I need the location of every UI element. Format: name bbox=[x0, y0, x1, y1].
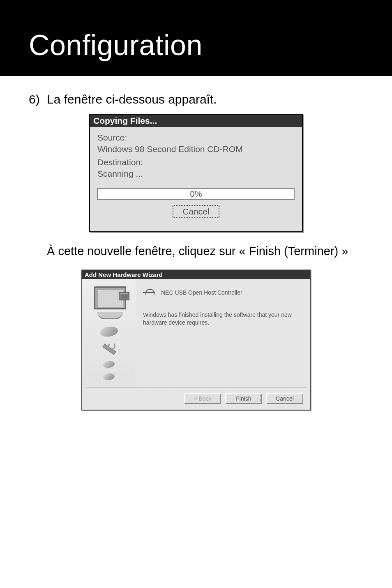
button-row: Cancel bbox=[97, 202, 295, 224]
back-button: < Back bbox=[184, 393, 221, 404]
step-number: 6) bbox=[29, 92, 47, 106]
destination-label: Destination: bbox=[97, 157, 295, 167]
destination-value: Scanning ... bbox=[97, 169, 295, 179]
dialog-body: Source: Windows 98 Second Edition CD-ROM… bbox=[90, 127, 302, 231]
step-text: La fenêtre ci-dessous apparaît. bbox=[47, 92, 217, 106]
disc-icon bbox=[99, 325, 119, 338]
instruction-text: À cette nouvelle fenêtre, cliquez sur « … bbox=[29, 244, 363, 258]
page-content: 6) La fenêtre ci-dessous apparaît. Copyi… bbox=[0, 76, 392, 439]
hardware-wizard-dialog: Add New Hardware Wizard bbox=[81, 270, 311, 410]
finish-button-label: Finish bbox=[236, 395, 251, 402]
dialog-titlebar: Copying Files... bbox=[90, 115, 302, 127]
disc-icon bbox=[103, 360, 115, 369]
disc-icons-group bbox=[100, 327, 118, 380]
wizard-message: Windows has finished installing the soft… bbox=[143, 311, 302, 327]
wizard-body: NEC USB Open Host Controller Windows has… bbox=[82, 279, 310, 387]
page-title: Configuration bbox=[29, 29, 392, 62]
page-header: Configuration bbox=[0, 0, 392, 76]
wizard-titlebar: Add New Hardware Wizard bbox=[82, 270, 310, 279]
wrench-icon bbox=[102, 342, 115, 355]
cancel-button[interactable]: Cancel bbox=[266, 393, 303, 404]
step-line: 6) La fenêtre ci-dessous apparaît. bbox=[29, 92, 363, 106]
source-value: Windows 98 Second Edition CD-ROM bbox=[97, 144, 295, 154]
back-button-label: < Back bbox=[194, 395, 211, 402]
device-name: NEC USB Open Host Controller bbox=[161, 289, 242, 296]
wizard-main: NEC USB Open Host Controller Windows has… bbox=[136, 279, 310, 387]
copying-files-figure: Copying Files... Source: Windows 98 Seco… bbox=[29, 114, 363, 232]
device-row: NEC USB Open Host Controller bbox=[143, 286, 302, 299]
source-label: Source: bbox=[97, 133, 295, 143]
cancel-button-label: Cancel bbox=[276, 395, 294, 402]
finish-button[interactable]: Finish bbox=[225, 393, 262, 404]
progress-bar: 0% bbox=[97, 188, 295, 200]
cancel-button[interactable]: Cancel bbox=[173, 205, 219, 218]
copying-files-dialog: Copying Files... Source: Windows 98 Seco… bbox=[89, 114, 303, 232]
usb-icon bbox=[143, 286, 155, 299]
wizard-sidebar bbox=[82, 279, 136, 387]
disc-icon bbox=[103, 373, 115, 381]
wizard-button-row: < Back Finish Cancel bbox=[82, 388, 310, 410]
monitor-icon bbox=[90, 286, 128, 319]
wizard-figure: Add New Hardware Wizard bbox=[29, 270, 363, 410]
progress-text: 0% bbox=[190, 189, 202, 199]
